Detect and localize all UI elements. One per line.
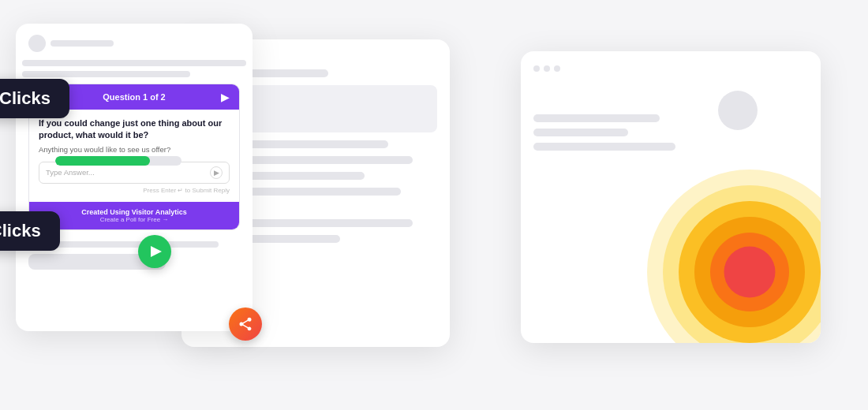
rdot-1 [533,65,540,72]
survey-question-text: If you could change just one thing about… [39,117,230,142]
survey-footer-brand: Created Using Visitor Analytics [39,208,230,216]
ring-6 [724,247,776,298]
clicks-480-text: 480 Clicks [0,221,41,240]
progress-bar-container [55,156,181,166]
clicks-badge-1080: 1080 Clicks [0,79,69,118]
large-dot-decoration [718,91,758,130]
right-stub-1 [533,114,660,122]
content-line-2 [22,71,190,77]
survey-footer: Created Using Visitor Analytics Create a… [29,202,239,229]
survey-card: ◀ Question 1 of 2 ▶ If you could change … [16,24,253,331]
share-float-icon[interactable] [229,308,262,341]
right-stub-3 [533,143,675,151]
survey-card-top [16,24,253,60]
survey-next-icon[interactable]: ▶ [221,91,230,103]
share-svg [238,316,253,332]
survey-question-label: Question 1 of 2 [103,92,165,102]
survey-footer-cta: Create a Poll for Free → [39,216,230,223]
card-right-top-dots [533,65,560,72]
right-stub-2 [533,129,628,136]
content-line-1 [22,60,246,66]
survey-hint-text: Press Enter ↵ to Submit Reply [39,187,230,194]
clicks-1080-text: 1080 Clicks [0,88,51,108]
progress-bar-fill [55,156,150,166]
survey-input-placeholder: Type Answer... [46,168,210,177]
analytics-card [521,51,821,343]
survey-sub-text: Anything you would like to see us offer? [39,145,230,154]
stub-row1-b [249,69,328,77]
top-line-stub [51,40,114,47]
concentric-circles [647,170,821,343]
survey-send-icon[interactable]: ▶ [210,166,223,179]
play-button[interactable] [138,235,171,268]
rdot-2 [544,65,550,72]
avatar-dot [28,35,46,52]
clicks-badge-480: 480 Clicks [0,211,60,251]
rdot-3 [554,65,560,72]
